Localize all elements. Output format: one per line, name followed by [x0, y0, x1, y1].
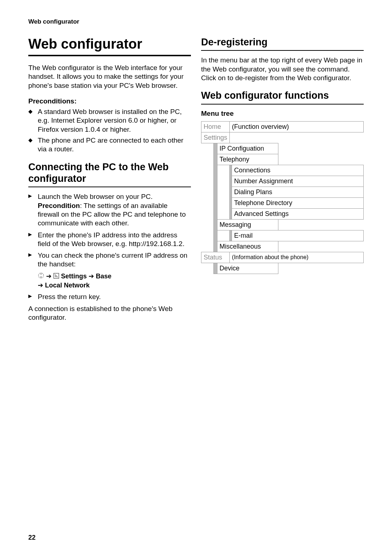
tree-bar — [214, 263, 217, 274]
tree-messaging: Messaging — [217, 219, 278, 230]
navkey-icon — [38, 272, 44, 281]
list-item: You can check the phone's current IP add… — [28, 251, 191, 269]
svg-marker-2 — [40, 277, 42, 278]
two-column-layout: Web configurator The Web configurator is… — [28, 36, 364, 329]
tree-advanced: Advanced Settings — [232, 208, 364, 219]
preconditions-heading: Preconditions: — [28, 97, 191, 105]
menu-base-label: Base — [96, 273, 111, 280]
tree-device: Device — [217, 263, 278, 274]
section-title-functions: Web configurator functions — [201, 90, 364, 101]
tree-bar — [214, 143, 217, 252]
table-row: Number Assignment — [201, 176, 364, 187]
tree-email: E-mail — [232, 230, 364, 241]
tree-dialing: Dialing Plans — [232, 187, 364, 197]
tree-home: Home — [201, 121, 230, 132]
tree-home-note: (Function overview) — [230, 121, 364, 132]
step-text: Enter the phone's IP address into the ad… — [38, 231, 184, 248]
page-title: Web configurator — [28, 36, 191, 52]
steps-list: Launch the Web browser on your PC. Preco… — [28, 192, 191, 269]
list-item: Enter the phone's IP address into the ad… — [28, 231, 191, 249]
intro-paragraph: The Web configurator is the Web interfac… — [28, 64, 191, 90]
right-column: De-registering In the menu bar at the to… — [201, 36, 364, 329]
table-row: Status (Information about the phone) — [201, 252, 364, 263]
dereg-paragraph: In the menu bar at the top right of ever… — [201, 56, 364, 82]
steps-list-2: Press the return key. — [28, 293, 191, 301]
table-row: Miscellaneous — [201, 241, 364, 252]
preconditions-list: A standard Web browser is installed on t… — [28, 107, 191, 154]
table-row: Settings — [201, 132, 364, 143]
menu-localnet-label: Local Network — [45, 282, 90, 289]
section-rule — [201, 50, 364, 51]
tree-settings: Settings — [201, 132, 230, 143]
arrow-icon: ➔ — [46, 273, 53, 280]
menu-settings-label: Settings — [61, 273, 89, 280]
tree-number: Number Assignment — [232, 176, 364, 187]
menu-tree-table: Home (Function overview) Settings IP Con… — [201, 121, 364, 274]
table-row: IP Configuation — [201, 143, 364, 154]
table-row: E-mail — [201, 230, 364, 241]
menu-box-icon — [53, 272, 59, 281]
tree-ip: IP Configuation — [217, 143, 278, 154]
step-bold: Precondition — [38, 202, 80, 209]
table-row: Messaging — [201, 219, 364, 230]
table-row: Connections — [201, 165, 364, 176]
tree-misc: Miscellaneous — [217, 241, 278, 252]
tree-status: Status — [201, 252, 230, 263]
table-row: Dialing Plans — [201, 187, 364, 197]
menutree-heading: Menu tree — [201, 110, 364, 118]
section-rule — [28, 187, 191, 187]
outro-paragraph: A connection is established to the phone… — [28, 304, 191, 322]
menu-path: ➔ Settings ➔ Base ➔ Local Network — [28, 272, 191, 290]
list-item: Launch the Web browser on your PC. Preco… — [28, 192, 191, 228]
list-item: The phone and PC are connected to each o… — [28, 136, 191, 154]
left-column: Web configurator The Web configurator is… — [28, 36, 191, 329]
table-row: Advanced Settings — [201, 208, 364, 219]
list-item: Press the return key. — [28, 293, 191, 301]
tree-telephony: Telephony — [217, 154, 278, 165]
section-rule — [201, 104, 364, 105]
running-head: Web configurator — [28, 18, 364, 25]
tree-directory: Telephone Directory — [232, 197, 364, 208]
svg-marker-1 — [40, 273, 42, 274]
table-row: Device — [201, 263, 364, 274]
arrow-icon: ➔ — [38, 282, 45, 289]
section-title-connecting: Connecting the PC to the Web configurato… — [28, 161, 191, 185]
table-row: Telephone Directory — [201, 197, 364, 208]
table-row: Telephony — [201, 154, 364, 165]
tree-status-note: (Information about the phone) — [230, 252, 364, 263]
step-text: Launch the Web browser on your PC. — [38, 193, 153, 200]
title-rule — [28, 55, 191, 56]
page-number: 22 — [28, 534, 36, 541]
section-title-dereg: De-registering — [201, 36, 364, 48]
list-item: A standard Web browser is installed on t… — [28, 107, 191, 134]
table-row: Home (Function overview) — [201, 121, 364, 132]
tree-connections: Connections — [232, 165, 364, 176]
arrow-icon: ➔ — [89, 273, 96, 280]
step-text: You can check the phone's current IP add… — [38, 252, 187, 268]
